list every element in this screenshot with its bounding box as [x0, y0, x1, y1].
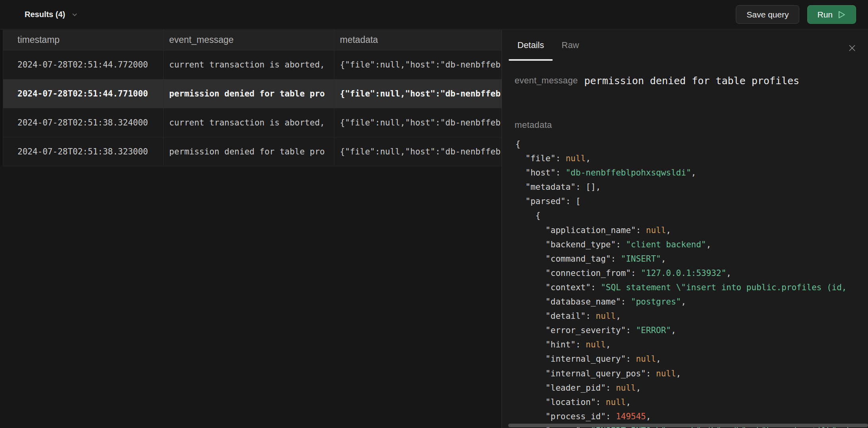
- json-line: "internal_query_pos": null,: [515, 366, 868, 381]
- cell-event-message: permission denied for table pro: [164, 137, 334, 166]
- table-body: 2024-07-28T02:51:44.772000current transa…: [3, 50, 502, 166]
- results-count-label: Results (4): [25, 10, 65, 19]
- json-line: "location": null,: [515, 395, 868, 409]
- tab-details[interactable]: Details: [509, 30, 553, 61]
- cell-timestamp: 2024-07-28T02:51:38.324000: [3, 108, 164, 137]
- toolbar-actions: Save query Run: [736, 5, 856, 24]
- json-line: "process_id": 149545,: [515, 409, 868, 424]
- json-line: "hint": null,: [515, 337, 868, 352]
- event-message-row: event_message permission denied for tabl…: [515, 73, 865, 89]
- metadata-json-viewer: { "file": null, "host": "db-nenbffeblpoh…: [515, 137, 868, 428]
- run-button[interactable]: Run: [807, 5, 856, 24]
- cell-metadata: {"file":null,"host":"db-nenbffeb: [334, 79, 502, 108]
- json-line: "internal_query": null,: [515, 352, 868, 366]
- play-icon: [837, 10, 846, 19]
- panel-tabs: Details Raw: [502, 30, 868, 61]
- cell-event-message: permission denied for table pro: [164, 79, 334, 108]
- cell-metadata: {"file":null,"host":"db-nenbffeb: [334, 50, 502, 79]
- cell-timestamp: 2024-07-28T02:51:44.771000: [3, 79, 164, 108]
- column-header-metadata: metadata: [334, 30, 502, 50]
- event-message-label: event_message: [515, 75, 578, 86]
- json-line: "connection_from": "127.0.0.1:53932",: [515, 266, 868, 280]
- tab-raw-label: Raw: [561, 40, 579, 50]
- horizontal-scrollbar[interactable]: [508, 424, 868, 427]
- table-header-row: timestamp event_message metadata: [3, 30, 502, 50]
- column-header-timestamp: timestamp: [3, 30, 164, 50]
- save-query-label: Save query: [746, 10, 789, 19]
- json-line: "metadata": [],: [515, 180, 868, 194]
- table-left-edge: [0, 30, 3, 166]
- metadata-label: metadata: [515, 120, 552, 130]
- json-line: {: [515, 137, 868, 151]
- close-icon: [847, 43, 857, 53]
- json-line: "application_name": null,: [515, 223, 868, 237]
- tab-raw[interactable]: Raw: [553, 30, 588, 61]
- cell-event-message: current transaction is aborted,: [164, 50, 334, 79]
- results-dropdown[interactable]: Results (4): [25, 10, 79, 19]
- cell-metadata: {"file":null,"host":"db-nenbffeb: [334, 137, 502, 166]
- results-table: timestamp event_message metadata 2024-07…: [0, 30, 502, 428]
- json-line: "command_tag": "INSERT",: [515, 252, 868, 266]
- json-line: "backend_type": "client backend",: [515, 237, 868, 252]
- table-row[interactable]: 2024-07-28T02:51:38.323000permission den…: [3, 137, 502, 166]
- table-row[interactable]: 2024-07-28T02:51:44.772000current transa…: [3, 50, 502, 79]
- json-line: "detail": null,: [515, 309, 868, 323]
- table-row[interactable]: 2024-07-28T02:51:38.324000current transa…: [3, 108, 502, 137]
- json-line: {: [515, 208, 868, 223]
- json-line: "error_severity": "ERROR",: [515, 323, 868, 337]
- tab-details-label: Details: [517, 40, 544, 50]
- json-line: "context": "SQL statement \"insert into …: [515, 280, 868, 295]
- table-row[interactable]: 2024-07-28T02:51:44.771000permission den…: [3, 79, 502, 108]
- close-panel-button[interactable]: [845, 41, 859, 55]
- cell-timestamp: 2024-07-28T02:51:44.772000: [3, 50, 164, 79]
- json-line: "leader_pid": null,: [515, 381, 868, 395]
- cell-metadata: {"file":null,"host":"db-nenbffeb: [334, 108, 502, 137]
- event-message-value: permission denied for table profiles: [584, 75, 799, 87]
- run-label: Run: [817, 10, 833, 19]
- save-query-button[interactable]: Save query: [736, 5, 799, 24]
- json-line: "file": null,: [515, 151, 868, 166]
- details-panel: Details Raw event_message permission den…: [502, 30, 868, 428]
- json-line: "parsed": [: [515, 194, 868, 208]
- metadata-section: metadata: [515, 118, 552, 132]
- json-line: "host": "db-nenbffeblpohxsqwsldi",: [515, 166, 868, 180]
- query-toolbar: Results (4) Save query Run: [0, 0, 868, 29]
- chevron-down-icon: [71, 11, 79, 19]
- cell-event-message: current transaction is aborted,: [164, 108, 334, 137]
- json-line: "database_name": "postgres",: [515, 295, 868, 309]
- column-header-event-message: event_message: [164, 30, 334, 50]
- cell-timestamp: 2024-07-28T02:51:38.323000: [3, 137, 164, 166]
